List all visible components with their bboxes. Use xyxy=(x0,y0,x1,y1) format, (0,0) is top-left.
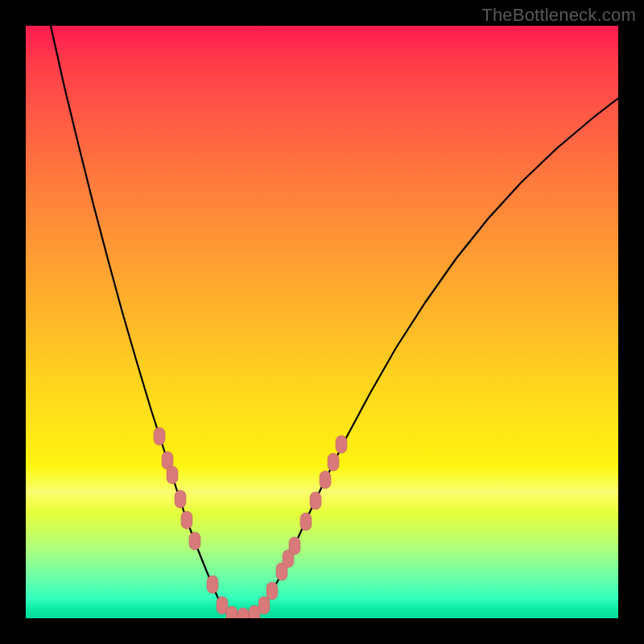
data-marker xyxy=(226,606,237,618)
markers-right xyxy=(258,436,347,614)
data-marker xyxy=(207,576,218,593)
data-marker xyxy=(154,427,165,445)
markers-left xyxy=(154,427,260,618)
data-marker xyxy=(189,532,200,550)
data-marker xyxy=(328,453,339,471)
data-marker xyxy=(276,563,287,580)
data-marker xyxy=(310,492,321,510)
plot-area xyxy=(26,26,618,618)
data-marker xyxy=(258,597,270,614)
data-marker xyxy=(283,550,294,568)
highlight-band xyxy=(26,465,618,514)
data-marker xyxy=(167,466,178,484)
data-marker xyxy=(249,605,260,618)
green-foot-band xyxy=(26,599,618,618)
data-marker xyxy=(266,582,278,600)
data-marker xyxy=(181,511,192,529)
data-marker xyxy=(237,608,249,618)
data-marker xyxy=(336,436,347,453)
bottleneck-curve xyxy=(51,26,618,617)
watermark-text: TheBottleneck.com xyxy=(481,5,636,26)
data-marker xyxy=(320,471,331,489)
data-marker xyxy=(175,490,186,508)
data-marker xyxy=(300,513,312,530)
data-marker xyxy=(217,597,228,614)
data-marker xyxy=(162,452,173,469)
chart-frame: TheBottleneck.com xyxy=(0,0,644,644)
curve-svg xyxy=(26,26,618,618)
data-marker xyxy=(289,537,300,555)
